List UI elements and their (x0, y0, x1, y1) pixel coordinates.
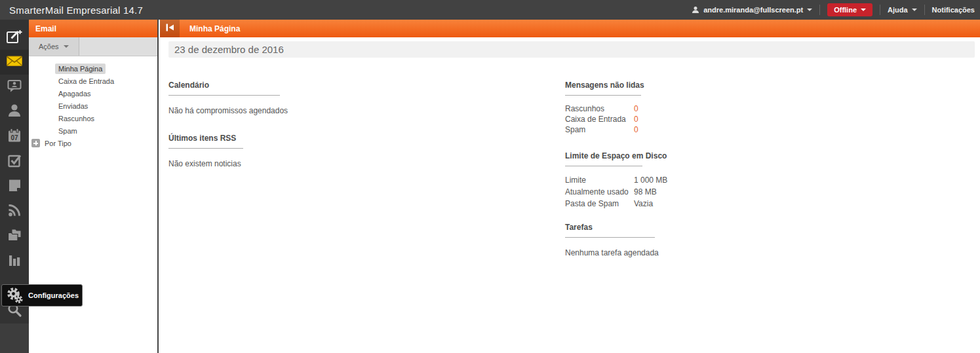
divider (565, 237, 655, 238)
folder-label: Por Tipo (45, 139, 71, 147)
folders-icon (7, 227, 22, 246)
section-unread: Mensagens não lidas Rascunhos 0 Caixa de… (565, 81, 781, 135)
unread-row: Caixa de Entrada 0 (565, 114, 781, 124)
email-icon (6, 53, 23, 71)
chevron-down-icon (861, 9, 866, 11)
disk-row: Limite 1 000 MB (565, 174, 781, 186)
notes-icon (7, 177, 22, 196)
divider (880, 5, 880, 15)
notifications-button[interactable]: Notificações (932, 6, 975, 14)
folder-item-por-tipo[interactable]: Por Tipo (29, 137, 157, 149)
folder-list: Minha Página Caixa de Entrada Apagadas E… (29, 56, 157, 149)
sidebar-item-settings[interactable]: Configurações (1, 284, 83, 307)
page-title: Minha Página (189, 24, 240, 33)
disk-row: Pasta de Spam Vazia (565, 198, 781, 210)
content-header: Minha Página (160, 20, 980, 37)
folder-label: Apagadas (58, 90, 91, 98)
calendar-icon: 07 (7, 128, 22, 146)
unread-row: Spam 0 (565, 124, 781, 135)
folder-item-rascunhos[interactable]: Rascunhos (29, 112, 157, 124)
chevron-down-icon (912, 9, 917, 11)
section-unread-title: Mensagens não lidas (565, 81, 781, 90)
sidebar-item-calendar[interactable]: 07 (0, 124, 29, 149)
tasks-empty-text: Nenhuma tarefa agendada (565, 248, 781, 257)
unread-row: Rascunhos 0 (565, 103, 781, 114)
disk-row: Atualmente usado 98 MB (565, 186, 781, 198)
disk-row-label: Pasta de Spam (565, 199, 634, 208)
compose-icon (6, 29, 23, 47)
disk-row-value: 98 MB (634, 187, 657, 196)
chevron-down-icon (64, 45, 69, 48)
content-right-column: Mensagens não lidas Rascunhos 0 Caixa de… (565, 81, 781, 257)
folder-item-apagadas[interactable]: Apagadas (29, 87, 157, 100)
notifications-label: Notificações (932, 6, 975, 14)
actions-label: Ações (39, 43, 59, 50)
folder-label: Caixa de Entrada (58, 77, 114, 85)
sidebar-item-compose[interactable] (0, 20, 29, 50)
topbar: SmarterMail Empresarial 14.7 andre.miran… (0, 0, 980, 20)
folder-label: Minha Página (55, 64, 106, 74)
unread-row-label[interactable]: Caixa de Entrada (565, 115, 634, 124)
content-left-column: Calendário Não há compromissos agendados… (168, 81, 450, 168)
sidebar-item-chat[interactable] (0, 75, 29, 100)
section-rss-title: Últimos itens RSS (168, 134, 450, 143)
contacts-icon (7, 103, 22, 121)
section-disk-title: Limite de Espaço em Disco (565, 151, 781, 160)
divider (924, 5, 925, 15)
section-tasks-title: Tarefas (565, 223, 781, 232)
sidebar-item-reports[interactable] (0, 249, 29, 274)
disk-row-value: Vazia (634, 199, 653, 208)
email-panel-header: Email (29, 20, 157, 37)
sidebar-item-contacts[interactable] (0, 100, 29, 124)
section-calendar: Calendário Não há compromissos agendados (168, 81, 450, 115)
sidebar-item-folders[interactable] (0, 224, 29, 249)
sidebar-item-email[interactable] (0, 50, 29, 75)
folder-item-spam[interactable]: Spam (29, 124, 157, 137)
section-rss: Últimos itens RSS Não existem noticias (168, 134, 450, 168)
chat-icon (7, 78, 22, 96)
sidebar-item-rss[interactable] (0, 199, 29, 224)
divider (819, 5, 820, 15)
tasks-icon (7, 153, 22, 171)
sidebar-item-tasks[interactable] (0, 149, 29, 174)
status-label: Offline (834, 6, 857, 14)
disk-row-label: Atualmente usado (565, 187, 634, 196)
folder-label: Spam (58, 127, 77, 135)
unread-row-value: 0 (634, 115, 638, 124)
date-banner: 23 de dezembro de 2016 (168, 41, 975, 58)
collapse-panel-button[interactable] (160, 20, 180, 37)
folder-item-minha-pagina[interactable]: Minha Página (29, 62, 157, 75)
help-menu[interactable]: Ajuda (888, 6, 917, 14)
folder-item-enviadas[interactable]: Enviadas (29, 100, 157, 112)
reports-icon (7, 252, 22, 270)
folder-item-caixa-de-entrada[interactable]: Caixa de Entrada (29, 75, 157, 87)
divider (565, 166, 642, 166)
unread-row-label[interactable]: Spam (565, 125, 634, 134)
email-panel-toolbar: Ações (29, 37, 157, 56)
divider (565, 95, 641, 96)
disk-row-label: Limite (565, 176, 634, 185)
date-text: 23 de dezembro de 2016 (174, 44, 284, 55)
status-button[interactable]: Offline (827, 3, 872, 16)
unread-row-label[interactable]: Rascunhos (565, 104, 634, 113)
disk-row-value: 1 000 MB (634, 176, 667, 185)
rss-empty-text: Não existem noticias (168, 159, 450, 168)
folder-label: Enviadas (58, 102, 88, 110)
divider (168, 148, 243, 149)
app-title: SmarterMail Empresarial 14.7 (9, 5, 143, 16)
section-calendar-title: Calendário (168, 81, 450, 90)
collapse-icon (165, 22, 175, 35)
rss-icon (7, 202, 22, 221)
settings-gear-icon (2, 286, 28, 305)
sidebar-item-notes[interactable] (0, 174, 29, 199)
section-tasks: Tarefas Nenhuma tarefa agendada (565, 223, 781, 257)
actions-dropdown[interactable]: Ações (29, 37, 79, 56)
divider (168, 95, 280, 96)
chevron-down-icon (807, 9, 812, 11)
calendar-empty-text: Não há compromissos agendados (168, 106, 450, 115)
user-icon (692, 6, 699, 14)
user-menu[interactable]: andre.miranda@fullscreen.pt (692, 6, 812, 14)
expand-plus-icon[interactable] (31, 139, 40, 147)
unread-row-value: 0 (634, 104, 638, 113)
unread-rows: Rascunhos 0 Caixa de Entrada 0 Spam 0 (565, 103, 781, 135)
